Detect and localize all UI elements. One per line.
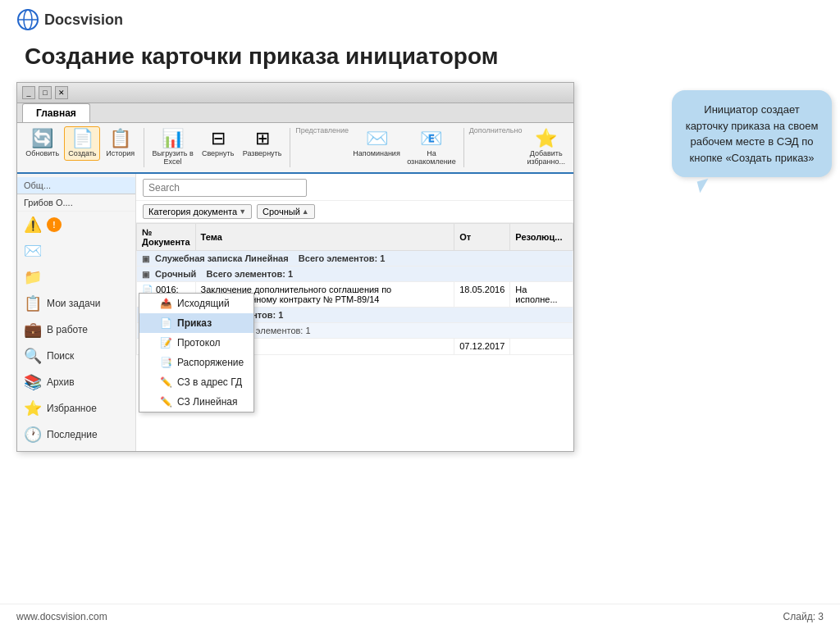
ribbon-excel-btn[interactable]: 📊 Выгрузить вExcel (149, 126, 197, 169)
ribbon-presentation-label: Представление (295, 126, 349, 134)
cell-date-1: 18.05.2016 (454, 282, 510, 308)
urgency-dropdown[interactable]: Срочный ▲ (257, 204, 315, 219)
work-icon: 💼 (24, 321, 42, 339)
dropdown-item-sz-line[interactable]: ✏️ СЗ Линейная (139, 392, 253, 412)
alert-badge: ! (47, 217, 62, 232)
search-input[interactable] (143, 179, 307, 197)
app-window: _ □ ✕ Главная 🔄 Обновить 📄 Создать 📋 Ист… (16, 82, 574, 452)
sidebar-item-archive-label: Архив (47, 376, 75, 388)
sz-line-icon: ✏️ (159, 396, 172, 408)
tab-bar: Главная (17, 103, 573, 123)
sidebar-item-archive[interactable]: 📚 Архив (17, 369, 135, 395)
sidebar-item-tasks[interactable]: 📋 Мои задачи (17, 290, 135, 317)
ribbon-history-label: История (106, 149, 135, 157)
window-maximize-btn[interactable]: □ (39, 86, 52, 99)
ribbon-sep-2 (290, 128, 290, 167)
page-title: Создание карточки приказа инициатором (0, 35, 840, 82)
sidebar-user-label: Грибов О.... (17, 194, 135, 212)
ribbon-section-presentation: Представление (295, 126, 349, 136)
sidebar-item-work[interactable]: 💼 В работе (17, 317, 135, 343)
expand-srochny-icon[interactable]: ▣ (142, 270, 149, 279)
dropdown-item-prikaz-label: Приказ (177, 317, 212, 329)
cell-status-2 (510, 339, 573, 355)
dropdown-item-outgoing[interactable]: 📤 Исходящий (139, 294, 253, 313)
footer-url: www.docsvision.com (16, 611, 107, 622)
callout-text: Инициатор создает карточку приказа на св… (686, 103, 819, 164)
reminders-icon: ✉️ (366, 130, 388, 148)
dropdown-item-prikaz[interactable]: 📄 Приказ (139, 313, 253, 333)
sidebar-section-label: Общ... (24, 180, 51, 190)
tab-main[interactable]: Главная (22, 103, 90, 122)
callout-bubble: Инициатор создает карточку приказа на св… (672, 90, 832, 177)
window-close-btn[interactable]: ✕ (55, 86, 68, 99)
ribbon-collapse-btn[interactable]: ⊟ Свернуть (198, 126, 237, 161)
dropdown-item-protocol-label: Протокол (177, 337, 221, 349)
ribbon: 🔄 Обновить 📄 Создать 📋 История 📊 Выгрузи… (17, 123, 573, 174)
filter-row: Категория документа ▼ Срочный ▲ (136, 201, 573, 223)
dropdown-item-rasporj-label: Распоряжение (177, 357, 244, 368)
group-sz-count: Всего элементов: 1 (299, 253, 385, 263)
category-dropdown[interactable]: Категория документа ▼ (143, 204, 252, 219)
review-icon: 📧 (420, 130, 442, 148)
archive-icon: 📚 (24, 373, 42, 391)
ribbon-sep-1 (144, 128, 144, 167)
sidebar-item-favorites[interactable]: ⭐ Избранное (17, 395, 135, 422)
footer-slide: Слайд: 3 (783, 611, 824, 622)
excel-icon: 📊 (162, 130, 184, 148)
folder-icon: 📁 (24, 268, 42, 286)
ribbon-review-label: Наознакомление (407, 149, 456, 166)
collapse-icon: ⊟ (211, 130, 226, 148)
sidebar-header: Общ... (17, 177, 135, 194)
alert-icon: ⚠️ (24, 216, 42, 234)
dropdown-item-sz-gd[interactable]: ✏️ СЗ в адрес ГД (139, 372, 253, 392)
dropdown-item-protocol[interactable]: 📝 Протокол (139, 333, 253, 353)
sidebar-item-recent[interactable]: 🕐 Последние (17, 422, 135, 448)
dropdown-item-rasporj[interactable]: 📑 Распоряжение (139, 353, 253, 372)
title-bar: _ □ ✕ (17, 83, 573, 103)
group-sz-label: Служебная записка Линейная (155, 253, 289, 263)
envelope-icon: ✉️ (24, 242, 42, 260)
ribbon-refresh-label: Обновить (25, 149, 59, 157)
sidebar-item-recent-label: Последние (47, 429, 98, 440)
sidebar-item-tasks-label: Мои задачи (47, 298, 100, 309)
ribbon-sep-3 (463, 128, 464, 167)
ribbon-expand-label: Развернуть (243, 149, 282, 157)
sz-gd-icon: ✏️ (159, 376, 172, 388)
group-row-sz: ▣ Служебная записка Линейная Всего элеме… (137, 251, 573, 267)
sidebar-item-alert[interactable]: ⚠️ ! (17, 212, 135, 238)
sidebar-item-envelope[interactable]: ✉️ (17, 238, 135, 264)
ribbon-reminders-label: Напоминания (353, 149, 399, 157)
create-icon: 📄 (71, 130, 94, 148)
sidebar-item-folder[interactable]: 📁 (17, 264, 135, 290)
ribbon-additional-label: Дополнительно (469, 126, 523, 134)
search-sidebar-icon: 🔍 (24, 347, 42, 365)
ribbon-expand-btn[interactable]: ⊞ Развернуть (240, 126, 285, 161)
tasks-icon: 📋 (24, 294, 42, 312)
ribbon-history-btn[interactable]: 📋 История (102, 126, 138, 161)
ribbon-section-additional: Дополнительно (469, 126, 523, 136)
ribbon-review-btn[interactable]: 📧 Наознакомление (404, 126, 459, 169)
dropdown-item-sz-gd-label: СЗ в адрес ГД (177, 376, 242, 388)
ribbon-favorites-btn[interactable]: ⭐ Добавитьизбранно... (523, 126, 568, 169)
urgency-arrow-icon: ▲ (302, 207, 309, 216)
sidebar-item-favorites-label: Избранное (47, 403, 97, 414)
ribbon-refresh-btn[interactable]: 🔄 Обновить (22, 126, 62, 161)
history-icon: 📋 (109, 130, 131, 148)
category-arrow-icon: ▼ (239, 207, 246, 216)
logo-icon (16, 8, 39, 31)
dropdown-item-sz-line-label: СЗ Линейная (177, 396, 238, 408)
cell-status-1: На исполне... (510, 282, 573, 308)
ribbon-excel-label: Выгрузить вExcel (152, 149, 193, 166)
window-minimize-btn[interactable]: _ (22, 86, 35, 99)
sidebar: Общ... Грибов О.... ⚠️ ! ✉️ 📁 📋 Мои зада… (17, 174, 136, 451)
header: Docsvision (0, 0, 840, 35)
outgoing-icon: 📤 (159, 298, 172, 309)
create-dropdown-menu: 📤 Исходящий 📄 Приказ 📝 Протокол 📑 Распор… (139, 293, 254, 412)
sidebar-item-search[interactable]: 🔍 Поиск (17, 343, 135, 369)
app-body: 📤 Исходящий 📄 Приказ 📝 Протокол 📑 Распор… (17, 174, 573, 451)
dropdown-item-outgoing-label: Исходящий (177, 298, 230, 309)
ribbon-create-btn[interactable]: 📄 Создать (64, 126, 100, 161)
ribbon-reminders-btn[interactable]: ✉️ Напоминания (350, 126, 403, 161)
protocol-icon: 📝 (159, 337, 172, 349)
expand-sz-icon[interactable]: ▣ (142, 254, 149, 263)
